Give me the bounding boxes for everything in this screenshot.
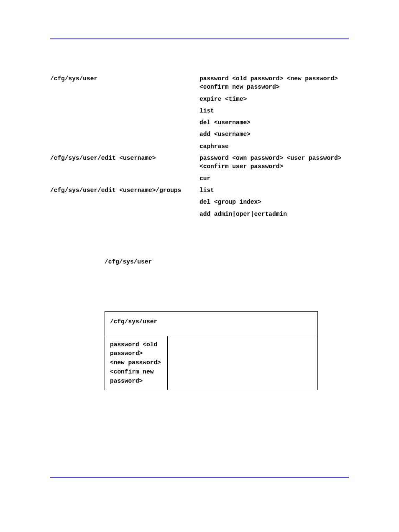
cmd-option: add admin|oper|certadmin	[200, 208, 349, 220]
cmd-option: del <group index>	[200, 196, 349, 208]
table-row: expire <time>	[50, 93, 349, 105]
cmd-option: password <own password> <user password> …	[200, 152, 349, 173]
syntax-description	[168, 336, 318, 390]
table-row: password <old password> <new password> <…	[105, 336, 318, 390]
table-row: list	[50, 105, 349, 117]
cmd-option: cur	[200, 173, 349, 184]
cmd-path	[50, 141, 200, 152]
cmd-path: /cfg/sys/user	[50, 73, 200, 93]
table-row: del <group index>	[50, 196, 349, 208]
cmd-path	[50, 173, 200, 184]
cmd-path: /cfg/sys/user/edit <username>/groups	[50, 184, 200, 196]
cmd-option: expire <time>	[200, 93, 349, 105]
table-row: /cfg/sys/user/edit <username> password <…	[50, 152, 349, 173]
table-row: caphrase	[50, 141, 349, 152]
cmd-option: list	[200, 105, 349, 117]
syntax-header: /cfg/sys/user	[105, 311, 318, 336]
cmd-option: password <old password> <new password> <…	[200, 73, 349, 93]
page-header	[50, 25, 349, 33]
table-row: add <username>	[50, 128, 349, 140]
syntax-table: /cfg/sys/user password <old password> <n…	[105, 311, 318, 391]
cmd-path	[50, 117, 200, 128]
cmd-path	[50, 208, 200, 220]
cmd-option: caphrase	[200, 141, 349, 152]
table-row: /cfg/sys/user	[105, 311, 318, 336]
command-text: /cfg/sys/user	[105, 258, 152, 265]
cmd-option: add <username>	[200, 128, 349, 140]
bottom-rule	[50, 477, 349, 478]
section-command: /cfg/sys/user	[105, 258, 349, 265]
table-row: /cfg/sys/user/edit <username>/groups lis…	[50, 184, 349, 196]
cmd-path	[50, 105, 200, 117]
syntax-cell: password <old password> <new password> <…	[105, 336, 168, 390]
command-listing-table: /cfg/sys/user password <old password> <n…	[50, 73, 349, 220]
cmd-option: del <username>	[200, 117, 349, 128]
cmd-option: list	[200, 184, 349, 196]
content: /cfg/sys/user password <old password> <n…	[50, 73, 349, 390]
cmd-path: /cfg/sys/user/edit <username>	[50, 152, 200, 173]
table-row: add admin|oper|certadmin	[50, 208, 349, 220]
table-row: del <username>	[50, 117, 349, 128]
cmd-path	[50, 196, 200, 208]
cmd-path	[50, 93, 200, 105]
table-row: /cfg/sys/user password <old password> <n…	[50, 73, 349, 93]
top-rule	[50, 38, 349, 39]
table-row: cur	[50, 173, 349, 184]
cmd-path	[50, 128, 200, 140]
